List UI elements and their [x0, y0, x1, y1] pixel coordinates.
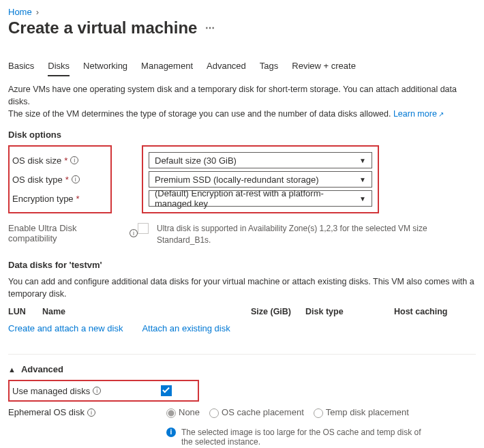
info-icon: i	[166, 428, 176, 437]
col-size: Size (GiB)	[251, 307, 305, 316]
tab-management[interactable]: Management	[141, 58, 193, 76]
ephemeral-temp-disk-radio[interactable]: Temp disk placement	[314, 407, 409, 418]
chevron-up-icon: ▲	[8, 365, 16, 374]
chevron-down-icon: ▼	[359, 157, 366, 164]
tab-advanced[interactable]: Advanced	[207, 58, 246, 76]
learn-more-link[interactable]: Learn more↗	[393, 109, 444, 119]
page-title: Create a virtual machine ⋯	[8, 18, 476, 38]
more-icon[interactable]: ⋯	[205, 23, 216, 33]
data-disks-desc: You can add and configure additional dat…	[8, 275, 476, 300]
divider	[8, 354, 476, 355]
create-disk-link[interactable]: Create and attach a new disk	[8, 323, 123, 333]
ephemeral-os-cache-radio[interactable]: OS cache placement	[209, 407, 304, 418]
required-icon: *	[64, 155, 67, 166]
os-disk-type-dropdown[interactable]: Premium SSD (locally-redundant storage) …	[149, 171, 372, 188]
info-icon[interactable]: i	[72, 175, 80, 183]
highlighted-labels: OS disk size * i OS disk type * i Encryp…	[8, 145, 112, 213]
tab-review-create[interactable]: Review + create	[292, 58, 356, 76]
col-cache: Host caching	[394, 307, 476, 316]
ultra-disk-label: Enable Ultra Disk compatibility	[8, 223, 127, 243]
required-icon: *	[65, 175, 69, 185]
advanced-section-toggle[interactable]: ▲ Advanced	[8, 364, 476, 374]
tab-basics[interactable]: Basics	[8, 58, 34, 76]
use-managed-disks-label: Use managed disks	[12, 386, 90, 396]
required-icon: *	[76, 194, 80, 204]
use-managed-disks-checkbox[interactable]	[161, 385, 172, 396]
chevron-right-icon: ›	[36, 7, 39, 17]
attach-disk-link[interactable]: Attach an existing disk	[142, 323, 230, 333]
chevron-down-icon: ▼	[359, 195, 366, 203]
ultra-disk-checkbox[interactable]	[138, 223, 149, 234]
encryption-type-label: Encryption type	[12, 194, 74, 204]
breadcrumb-home[interactable]: Home	[8, 7, 32, 17]
external-link-icon: ↗	[438, 110, 444, 118]
info-icon[interactable]: i	[130, 229, 138, 237]
data-disks-heading: Data disks for 'testvm'	[8, 260, 476, 270]
tab-tags[interactable]: Tags	[260, 58, 278, 76]
disk-options-heading: Disk options	[8, 130, 476, 140]
ephemeral-none-radio[interactable]: None	[166, 407, 200, 418]
tab-networking[interactable]: Networking	[83, 58, 127, 76]
ultra-disk-note: Ultra disk is supported in Availability …	[157, 223, 443, 246]
breadcrumb: Home ›	[8, 7, 476, 17]
os-disk-size-label: OS disk size	[12, 155, 61, 166]
highlighted-controls: Default size (30 GiB) ▼ Premium SSD (loc…	[142, 145, 379, 213]
chevron-down-icon: ▼	[359, 176, 366, 183]
col-name: Name	[42, 307, 251, 316]
highlighted-managed-disks: Use managed disks i	[8, 380, 199, 402]
info-icon[interactable]: i	[70, 156, 78, 164]
tab-disks[interactable]: Disks	[48, 58, 70, 76]
tab-description: Azure VMs have one operating system disk…	[8, 83, 476, 120]
ephemeral-note: The selected image is too large for the …	[181, 428, 427, 447]
encryption-type-dropdown[interactable]: (Default) Encryption at-rest with a plat…	[149, 190, 372, 207]
col-lun: LUN	[8, 307, 42, 316]
info-icon[interactable]: i	[93, 387, 101, 395]
os-disk-type-label: OS disk type	[12, 175, 63, 185]
col-type: Disk type	[305, 307, 394, 316]
tabs: Basics Disks Networking Management Advan…	[8, 58, 476, 76]
data-disks-table-header: LUN Name Size (GiB) Disk type Host cachi…	[8, 304, 476, 319]
os-disk-size-dropdown[interactable]: Default size (30 GiB) ▼	[149, 152, 372, 168]
info-icon[interactable]: i	[87, 408, 95, 417]
ephemeral-os-disk-label: Ephemeral OS disk	[8, 407, 85, 417]
